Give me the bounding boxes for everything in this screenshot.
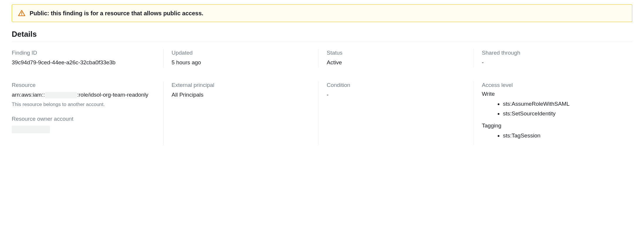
redacted-owner-account [12, 126, 50, 133]
resource-arn-prefix: arn:aws:iam:: [12, 92, 45, 98]
resource-owner-account-label: Resource owner account [12, 116, 160, 122]
field-access-level: Access level Write sts:AssumeRoleWithSAM… [477, 80, 632, 147]
status-label: Status [327, 50, 470, 56]
svg-point-1 [21, 14, 22, 15]
redacted-account-id [45, 92, 77, 98]
access-level-write-list: sts:AssumeRoleWithSAML sts:SetSourceIden… [482, 99, 625, 119]
resource-note: This resource belongs to another account… [12, 102, 160, 107]
section-title-details: Details [12, 30, 632, 42]
list-item: sts:AssumeRoleWithSAML [503, 99, 625, 109]
condition-label: Condition [327, 82, 470, 88]
updated-value: 5 hours ago [172, 58, 315, 67]
field-finding-id: Finding ID 39c94d79-9ced-44ee-a26c-32cba… [12, 48, 167, 68]
finding-id-value: 39c94d79-9ced-44ee-a26c-32cba0f33e3b [12, 58, 160, 67]
access-level-label: Access level [482, 82, 625, 88]
shared-through-value: - [482, 58, 625, 67]
resource-value: arn:aws:iam:::role/idsol-org-team-readon… [12, 91, 160, 99]
resource-arn-suffix: :role/idsol-org-team-readonly [77, 92, 148, 98]
external-principal-label: External principal [172, 82, 315, 88]
external-principal-value: All Principals [172, 91, 315, 99]
field-status: Status Active [322, 48, 477, 68]
details-row-2: Resource arn:aws:iam:::role/idsol-org-te… [12, 80, 632, 147]
field-updated: Updated 5 hours ago [167, 48, 322, 68]
public-access-alert: Public: this finding is for a resource t… [12, 4, 632, 22]
access-level-write-label: Write [482, 91, 625, 97]
field-resource: Resource arn:aws:iam:::role/idsol-org-te… [12, 80, 167, 147]
shared-through-label: Shared through [482, 50, 625, 56]
field-shared-through: Shared through - [477, 48, 632, 68]
condition-value: - [327, 91, 470, 99]
finding-id-label: Finding ID [12, 50, 160, 56]
access-level-tagging-list: sts:TagSession [482, 131, 625, 140]
access-level-tagging-label: Tagging [482, 122, 625, 129]
details-row-1: Finding ID 39c94d79-9ced-44ee-a26c-32cba… [12, 48, 632, 68]
status-value: Active [327, 58, 470, 67]
resource-owner-account-value [12, 125, 160, 133]
warning-icon [18, 9, 26, 17]
field-condition: Condition - [322, 80, 477, 147]
resource-label: Resource [12, 82, 160, 88]
updated-label: Updated [172, 50, 315, 56]
field-external-principal: External principal All Principals [167, 80, 322, 147]
list-item: sts:SetSourceIdentity [503, 109, 625, 118]
list-item: sts:TagSession [503, 131, 625, 140]
alert-text: Public: this finding is for a resource t… [30, 10, 203, 17]
divider [12, 42, 632, 42]
